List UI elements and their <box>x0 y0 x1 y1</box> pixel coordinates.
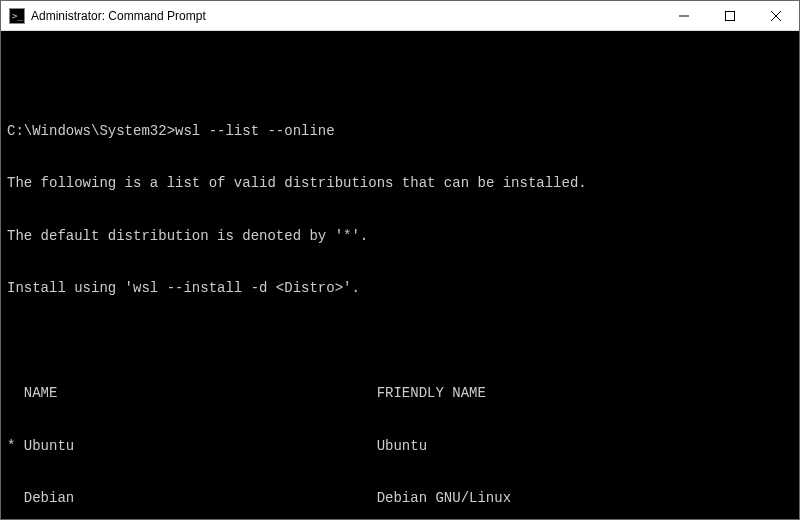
table-col-friendly: FRIENDLY NAME <box>377 385 486 403</box>
prompt-line: C:\Windows\System32>wsl --list --online <box>7 123 793 141</box>
distro-friendly: Ubuntu <box>377 438 427 456</box>
prompt-path: C:\Windows\System32> <box>7 123 175 139</box>
table-col-name: NAME <box>7 385 377 403</box>
svg-rect-3 <box>726 11 735 20</box>
maximize-button[interactable] <box>707 1 753 31</box>
cmd-icon: >_ <box>9 8 25 24</box>
output-line: The default distribution is denoted by '… <box>7 228 793 246</box>
distro-friendly: Debian GNU/Linux <box>377 490 511 508</box>
distro-name: * Ubuntu <box>7 438 377 456</box>
distro-name: Debian <box>7 490 377 508</box>
table-header: NAMEFRIENDLY NAME <box>7 385 793 403</box>
table-row: * UbuntuUbuntu <box>7 438 793 456</box>
minimize-button[interactable] <box>661 1 707 31</box>
terminal-output[interactable]: C:\Windows\System32>wsl --list --online … <box>1 31 799 519</box>
close-button[interactable] <box>753 1 799 31</box>
titlebar[interactable]: >_ Administrator: Command Prompt <box>1 1 799 31</box>
output-line: The following is a list of valid distrib… <box>7 175 793 193</box>
command-prompt-window: >_ Administrator: Command Prompt C:\Wind… <box>0 0 800 520</box>
table-row: DebianDebian GNU/Linux <box>7 490 793 508</box>
command-text: wsl --list --online <box>175 123 335 139</box>
output-line: Install using 'wsl --install -d <Distro>… <box>7 280 793 298</box>
svg-text:>_: >_ <box>12 11 23 21</box>
window-title: Administrator: Command Prompt <box>31 9 206 23</box>
